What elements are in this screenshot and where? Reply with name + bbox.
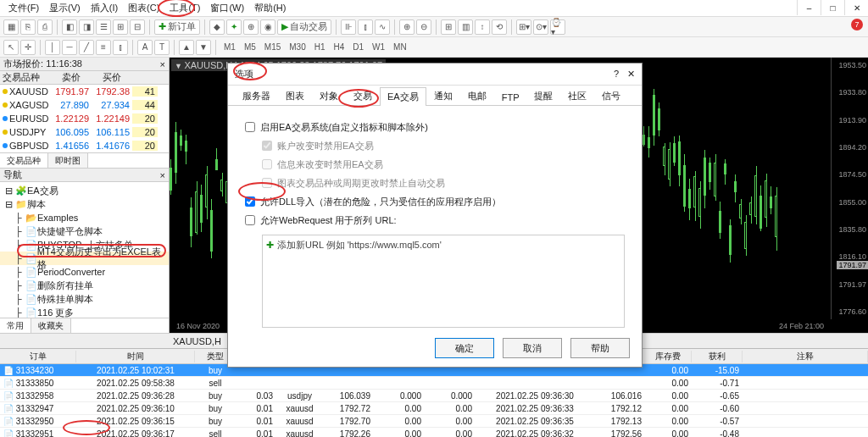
tool-b[interactable]: ◨: [79, 19, 94, 35]
dialog-tab[interactable]: 提醒: [526, 86, 560, 105]
tool-l[interactable]: ⟲: [492, 19, 507, 35]
tool-line[interactable]: ∿: [375, 19, 390, 35]
col-header[interactable]: 库存费: [645, 351, 692, 362]
dialog-tab[interactable]: FTP: [494, 89, 527, 105]
menu-help[interactable]: 帮助(H): [249, 1, 291, 16]
tree-node[interactable]: ├📄特殊挂单脚本: [0, 292, 169, 306]
tool-save[interactable]: ⎙: [37, 19, 53, 35]
tool-m[interactable]: ⊞▾: [516, 19, 531, 35]
tab-symbols[interactable]: 交易品种: [0, 153, 48, 168]
menu-tools[interactable]: 工具(T): [164, 1, 205, 16]
tab-tick[interactable]: 即时图: [48, 153, 88, 168]
tab-common[interactable]: 常用: [0, 318, 31, 333]
label-icon[interactable]: T: [154, 40, 170, 55]
col-header[interactable]: 订单: [0, 351, 76, 362]
tf-m5[interactable]: M5: [241, 42, 259, 52]
tree-node[interactable]: ├📄快捷键平仓脚本: [0, 224, 169, 238]
chk-account[interactable]: 账户改变时禁用EA交易: [262, 136, 625, 155]
tool-new[interactable]: ▦: [3, 19, 19, 35]
autotrade-button[interactable]: ▶自动交易: [277, 19, 331, 35]
notification-badge[interactable]: 7: [851, 19, 863, 30]
tool-o[interactable]: ⌚▾: [550, 19, 565, 35]
tool-dn[interactable]: ▼: [196, 40, 211, 55]
tf-h4[interactable]: H4: [331, 42, 348, 52]
dialog-tab[interactable]: 对象: [312, 86, 346, 105]
chk-symbol[interactable]: 图表交易品种或周期更改时禁止自动交易: [262, 174, 625, 192]
quote-row[interactable]: USDJPY106.095106.11520: [0, 125, 169, 139]
fibo-icon[interactable]: ⫿: [113, 40, 128, 55]
dialog-tab[interactable]: 社区: [560, 86, 594, 105]
quote-row[interactable]: EURUSD1.221291.2214920: [0, 112, 169, 125]
help-button[interactable]: 帮助: [570, 338, 630, 358]
trend-icon[interactable]: ╱: [79, 40, 94, 55]
tool-n[interactable]: ⊙▾: [533, 19, 548, 35]
tool-e[interactable]: ⊟: [130, 19, 145, 35]
col-header[interactable]: 时间: [76, 351, 195, 362]
order-row[interactable]: 📄 313329512021.02.25 09:36:17sell0.01xau…: [0, 428, 868, 437]
vline-icon[interactable]: │: [45, 40, 60, 55]
tool-k[interactable]: ↕: [475, 19, 490, 35]
crosshair-icon[interactable]: ✛: [20, 40, 36, 55]
tf-d1[interactable]: D1: [349, 42, 367, 52]
close-btn[interactable]: ✕: [844, 0, 868, 15]
menu-insert[interactable]: 插入(I): [86, 1, 123, 16]
quote-row[interactable]: XAGUSD27.89027.93444: [0, 98, 169, 112]
ok-button[interactable]: 确定: [435, 338, 494, 358]
close-icon[interactable]: ×: [160, 59, 165, 69]
chk-enable-ea[interactable]: 启用EA交易系统(自定义指标和脚本除外): [245, 118, 625, 136]
tree-node[interactable]: ⊟📁脚本: [0, 197, 169, 211]
dialog-tab[interactable]: 电邮: [460, 86, 494, 105]
cursor-icon[interactable]: ↖: [3, 40, 19, 55]
tool-f[interactable]: ✦: [226, 19, 242, 35]
tool-c[interactable]: ☰: [96, 19, 111, 35]
menu-chart[interactable]: 图表(C): [123, 1, 164, 16]
dialog-tab[interactable]: 通知: [426, 86, 460, 105]
zoom-out-icon[interactable]: ⊖: [416, 19, 431, 35]
order-row[interactable]: 📄 313338502021.02.25 09:58:38sell0.00-0.…: [0, 377, 868, 390]
channel-icon[interactable]: ≡: [96, 40, 111, 55]
col-header[interactable]: 获利: [692, 351, 743, 362]
tree-node[interactable]: ├📄116 更多: [0, 306, 169, 318]
tf-mn[interactable]: MN: [390, 42, 410, 52]
dialog-tab[interactable]: 图表: [278, 86, 312, 105]
dialog-tab[interactable]: 交易: [346, 86, 380, 105]
tf-w1[interactable]: W1: [369, 42, 388, 52]
tool-bar[interactable]: ⫿: [358, 19, 373, 35]
zoom-in-icon[interactable]: ⊕: [399, 19, 415, 35]
order-row[interactable]: 📄 313329582021.02.25 09:36:28buy0.03usdj…: [0, 390, 868, 402]
tab-fav[interactable]: 收藏夹: [31, 318, 71, 333]
url-list[interactable]: ✚添加新URL 例如 'https://www.mql5.com': [262, 235, 625, 328]
tool-h[interactable]: ◉: [260, 19, 275, 35]
tool-a[interactable]: ◧: [62, 19, 77, 35]
tf-h1[interactable]: H1: [311, 42, 329, 52]
tree-node[interactable]: ├📄MT4交易历史导出为EXCEL表格: [0, 252, 169, 265]
tool-i[interactable]: ⊞: [441, 19, 456, 35]
chk-profile[interactable]: 信息来改变时禁用EA交易: [262, 155, 625, 174]
dialog-tab[interactable]: EA交易: [380, 87, 426, 106]
tree-node[interactable]: ├📂Examples: [0, 211, 169, 224]
order-row[interactable]: 📄 313329472021.02.25 09:36:10buy0.01xauu…: [0, 402, 868, 415]
chk-webrequest[interactable]: 允许WebRequest 用于所列 URL:: [245, 211, 625, 230]
tool-candle[interactable]: ⊪: [341, 19, 356, 35]
tf-m30[interactable]: M30: [286, 42, 309, 52]
menu-view[interactable]: 显示(V): [44, 1, 86, 16]
close-icon[interactable]: ×: [160, 170, 165, 180]
tool-meta[interactable]: ◆: [209, 19, 225, 35]
chk-dll[interactable]: 允许DLL导入（潜在的危险，只为受信任的应用程序启用）: [245, 192, 625, 211]
hline-icon[interactable]: ─: [62, 40, 77, 55]
tool-open[interactable]: ⎘: [20, 19, 36, 35]
tf-m1[interactable]: M1: [220, 42, 239, 52]
text-icon[interactable]: A: [137, 40, 153, 55]
tool-g[interactable]: ⊕: [243, 19, 259, 35]
tree-node[interactable]: ├📄删除所有挂单: [0, 279, 169, 292]
dialog-tab[interactable]: 信号: [594, 86, 628, 105]
chart-tab[interactable]: XAUUSD,H: [173, 336, 221, 346]
order-row[interactable]: 📄 313329502021.02.25 09:36:15buy0.01xauu…: [0, 415, 868, 428]
tool-up[interactable]: ▲: [179, 40, 194, 55]
menu-window[interactable]: 窗口(W): [205, 1, 249, 16]
max-btn[interactable]: □: [821, 0, 844, 15]
tool-j[interactable]: ▥: [458, 19, 473, 35]
help-icon[interactable]: ?: [614, 69, 619, 80]
cancel-button[interactable]: 取消: [503, 338, 562, 358]
col-header[interactable]: 注释: [743, 351, 868, 362]
